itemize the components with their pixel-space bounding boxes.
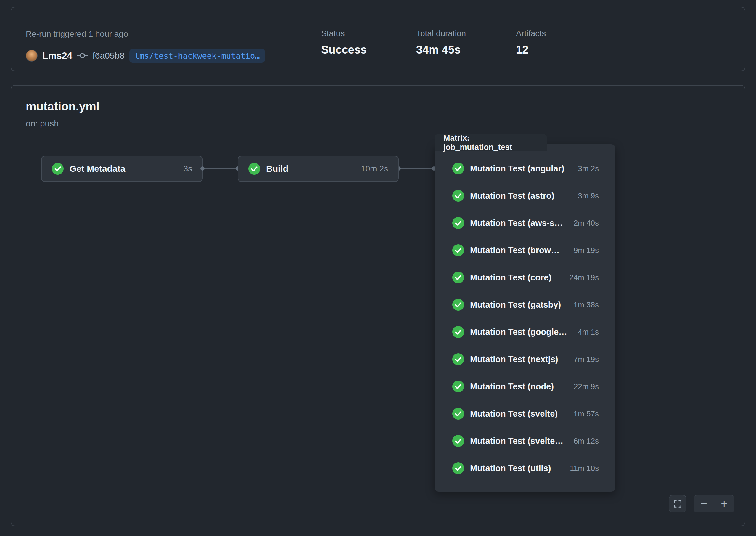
success-check-icon [452,462,464,474]
actor-name[interactable]: Lms24 [42,50,72,61]
matrix-job-label: Mutation Test (core) [470,273,551,283]
workflow-graph-panel: mutation.yml on: push Get Metadata 3s Bu… [11,85,745,526]
matrix-job-row[interactable]: Mutation Test (google-c... 4m 1s [452,318,599,346]
success-check-icon [452,217,464,229]
workflow-run-page: Re-run triggered 1 hour ago Lms24 f6a05b… [0,0,756,536]
stat-status: Status Success [321,29,367,56]
stat-status-value: Success [321,44,367,56]
job-node-label: Build [266,164,288,174]
matrix-job-row[interactable]: Mutation Test (sveltekit) 6m 12s [452,427,599,454]
matrix-job-row[interactable]: Mutation Test (utils) 11m 10s [452,454,599,482]
matrix-job-label: Mutation Test (angular) [470,164,564,174]
stat-total-duration-value: 34m 45s [416,44,466,56]
job-node-label: Get Metadata [70,164,125,174]
success-check-icon [452,326,464,338]
matrix-job-row[interactable]: Mutation Test (core) 24m 19s [452,264,599,291]
matrix-group-tab: Matrix: job_mutation_test [434,134,547,151]
edge-line [400,168,434,169]
stat-artifacts-value: 12 [516,44,546,56]
zoom-in-button[interactable]: + [714,495,734,512]
matrix-job-label: Mutation Test (utils) [470,463,551,473]
matrix-job-duration: 1m 38s [570,300,599,310]
success-check-icon [452,163,464,174]
job-node-build[interactable]: Build 10m 2s [238,156,399,182]
matrix-group-body: Mutation Test (angular) 3m 2s Mutation T… [434,144,615,491]
matrix-job-row[interactable]: Mutation Test (astro) 3m 9s [452,182,599,209]
avatar [26,50,38,62]
stat-total-duration: Total duration 34m 45s [416,29,466,56]
matrix-job-label: Mutation Test (browser) [470,246,564,255]
success-check-icon [452,244,464,256]
edge-dot [201,166,205,171]
branch-badge[interactable]: lms/test-hackweek-mutatio… [129,49,265,63]
matrix-job-row[interactable]: Mutation Test (angular) 3m 2s [452,155,599,182]
matrix-job-row[interactable]: Mutation Test (svelte) 1m 57s [452,400,599,427]
matrix-job-label: Mutation Test (svelte) [470,409,558,419]
run-summary-panel: Re-run triggered 1 hour ago Lms24 f6a05b… [11,7,745,71]
matrix-job-duration: 3m 2s [574,164,599,173]
matrix-job-row[interactable]: Mutation Test (aws-se... 2m 40s [452,209,599,237]
zoom-out-button[interactable]: − [694,495,714,512]
matrix-job-duration: 11m 10s [566,464,599,473]
matrix-job-duration: 2m 40s [570,218,599,228]
workflow-file-name: mutation.yml [26,100,100,113]
fullscreen-button[interactable] [669,495,686,512]
stat-artifacts: Artifacts 12 [516,29,546,56]
commit-sha[interactable]: f6a05b8 [92,50,124,61]
job-node-duration: 3s [183,164,192,174]
matrix-job-label: Mutation Test (nextjs) [470,354,558,364]
git-commit-icon [77,50,88,61]
fullscreen-icon [673,499,682,508]
success-check-icon [452,353,464,365]
matrix-job-label: Mutation Test (aws-se... [470,218,564,228]
matrix-job-label: Mutation Test (gatsby) [470,300,561,310]
matrix-job-duration: 7m 19s [570,355,599,364]
matrix-job-label: Mutation Test (node) [470,382,554,391]
matrix-job-duration: 22m 9s [570,382,599,391]
rerun-trigger-text: Re-run triggered 1 hour ago [26,29,128,39]
success-check-icon [52,163,64,175]
stat-total-duration-label: Total duration [416,29,466,38]
stat-status-label: Status [321,29,367,38]
matrix-job-row[interactable]: Mutation Test (nextjs) 7m 19s [452,346,599,373]
matrix-job-label: Mutation Test (astro) [470,191,554,201]
matrix-job-row[interactable]: Mutation Test (gatsby) 1m 38s [452,291,599,318]
matrix-job-duration: 6m 12s [570,437,599,446]
matrix-group-title: Matrix: job_mutation_test [443,134,538,152]
success-check-icon [452,435,464,447]
matrix-job-row[interactable]: Mutation Test (node) 22m 9s [452,373,599,400]
zoom-control-group: − + [694,495,734,512]
matrix-job-label: Mutation Test (sveltekit) [470,436,564,446]
job-node-get-metadata[interactable]: Get Metadata 3s [41,156,203,182]
matrix-job-duration: 9m 19s [570,246,599,255]
matrix-job-label: Mutation Test (google-c... [470,327,568,337]
matrix-job-duration: 1m 57s [570,409,599,419]
matrix-job-row[interactable]: Mutation Test (browser) 9m 19s [452,237,599,264]
success-check-icon [452,381,464,392]
matrix-job-duration: 24m 19s [565,273,599,282]
success-check-icon [248,163,260,175]
matrix-job-duration: 3m 9s [574,191,599,200]
commit-row: Lms24 f6a05b8 lms/test-hackweek-mutatio… [26,48,265,63]
matrix-job-duration: 4m 1s [574,327,599,337]
stat-artifacts-label: Artifacts [516,29,546,38]
job-node-duration: 10m 2s [361,164,388,174]
workflow-trigger: on: push [26,119,59,128]
success-check-icon [452,190,464,202]
success-check-icon [452,408,464,419]
success-check-icon [452,299,464,311]
edge-line [204,168,238,169]
success-check-icon [452,272,464,284]
